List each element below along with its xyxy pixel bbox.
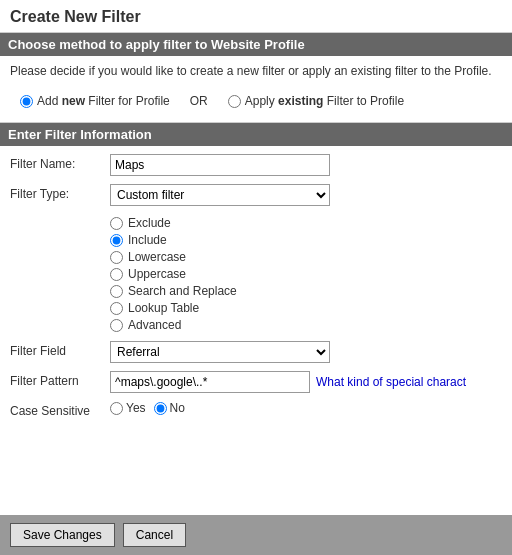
case-sensitive-control: Yes No — [110, 401, 502, 415]
filter-type-row: Filter Type: Custom filter Predefined fi… — [10, 184, 502, 206]
case-no-option[interactable]: No — [154, 401, 185, 415]
filter-type-label: Filter Type: — [10, 184, 110, 201]
cancel-button[interactable]: Cancel — [123, 523, 186, 547]
apply-existing-option[interactable]: Apply existing Filter to Profile — [228, 94, 404, 108]
case-no-label: No — [170, 401, 185, 415]
lowercase-label: Lowercase — [128, 250, 186, 264]
or-text: OR — [190, 94, 208, 108]
filter-pattern-input[interactable] — [110, 371, 310, 393]
case-sensitive-options: Yes No — [110, 401, 502, 415]
section2-header: Enter Filter Information — [0, 123, 512, 146]
search-replace-option: Search and Replace — [110, 284, 502, 298]
section-filter-info: Enter Filter Information Filter Name: Fi… — [0, 122, 512, 434]
case-sensitive-row: Case Sensitive Yes No — [10, 401, 502, 418]
page-wrapper: Create New Filter Choose method to apply… — [0, 0, 512, 555]
advanced-label: Advanced — [128, 318, 181, 332]
add-new-radio[interactable] — [20, 95, 33, 108]
case-sensitive-label: Case Sensitive — [10, 401, 110, 418]
filter-name-control — [110, 154, 502, 176]
apply-existing-label: Apply existing Filter to Profile — [245, 94, 404, 108]
filter-pattern-row: Filter Pattern What kind of special char… — [10, 371, 502, 393]
uppercase-radio[interactable] — [110, 268, 123, 281]
lookup-table-radio[interactable] — [110, 302, 123, 315]
lookup-table-label: Lookup Table — [128, 301, 199, 315]
filter-name-row: Filter Name: — [10, 154, 502, 176]
include-label: Include — [128, 233, 167, 247]
special-chars-link[interactable]: What kind of special charact — [316, 375, 466, 389]
lookup-table-option: Lookup Table — [110, 301, 502, 315]
footer-bar: Save Changes Cancel — [0, 515, 512, 555]
case-yes-radio[interactable] — [110, 402, 123, 415]
search-replace-label: Search and Replace — [128, 284, 237, 298]
filter-field-label: Filter Field — [10, 341, 110, 358]
section1-desc: Please decide if you would like to creat… — [0, 56, 512, 86]
filter-type-select[interactable]: Custom filter Predefined filter — [110, 184, 330, 206]
filter-field-control: Referral Request URI Hostname — [110, 341, 502, 363]
case-no-radio[interactable] — [154, 402, 167, 415]
save-changes-button[interactable]: Save Changes — [10, 523, 115, 547]
filter-type-radio-group: Exclude Include Lowercase Uppercase — [110, 214, 502, 341]
exclude-radio[interactable] — [110, 217, 123, 230]
uppercase-label: Uppercase — [128, 267, 186, 281]
lowercase-radio[interactable] — [110, 251, 123, 264]
lowercase-option: Lowercase — [110, 250, 502, 264]
page-header: Create New Filter — [0, 0, 512, 33]
filter-name-input[interactable] — [110, 154, 330, 176]
search-replace-radio[interactable] — [110, 285, 123, 298]
apply-existing-radio[interactable] — [228, 95, 241, 108]
page-title: Create New Filter — [10, 8, 502, 26]
case-yes-option[interactable]: Yes — [110, 401, 146, 415]
exclude-option: Exclude — [110, 216, 502, 230]
filter-field-select[interactable]: Referral Request URI Hostname — [110, 341, 330, 363]
filter-pattern-label: Filter Pattern — [10, 371, 110, 388]
include-radio[interactable] — [110, 234, 123, 247]
exclude-label: Exclude — [128, 216, 171, 230]
filter-name-label: Filter Name: — [10, 154, 110, 171]
filter-type-control: Custom filter Predefined filter — [110, 184, 502, 206]
case-yes-label: Yes — [126, 401, 146, 415]
section-choose-method: Choose method to apply filter to Website… — [0, 33, 512, 122]
main-content: Create New Filter Choose method to apply… — [0, 0, 512, 484]
advanced-radio[interactable] — [110, 319, 123, 332]
uppercase-option: Uppercase — [110, 267, 502, 281]
filter-pattern-control: What kind of special charact — [110, 371, 502, 393]
include-option: Include — [110, 233, 502, 247]
add-new-filter-option[interactable]: Add new Filter for Profile — [20, 94, 170, 108]
section1-header: Choose method to apply filter to Website… — [0, 33, 512, 56]
add-new-label: Add new Filter for Profile — [37, 94, 170, 108]
form-table: Filter Name: Filter Type: Custom filter … — [0, 146, 512, 434]
filter-field-row: Filter Field Referral Request URI Hostna… — [10, 341, 502, 363]
advanced-option: Advanced — [110, 318, 502, 332]
filter-method-options: Add new Filter for Profile OR Apply exis… — [0, 86, 512, 122]
